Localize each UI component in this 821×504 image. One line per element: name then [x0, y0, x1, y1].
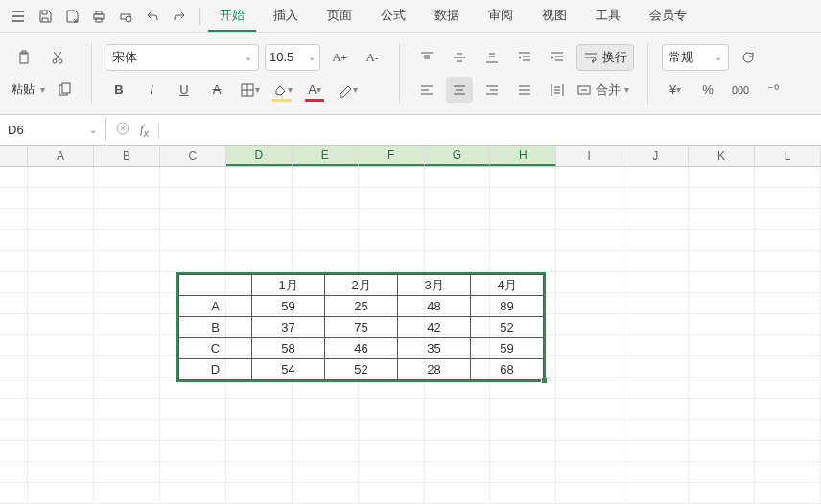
cell[interactable] [293, 399, 359, 420]
cell[interactable] [28, 399, 94, 420]
cell[interactable] [689, 483, 755, 504]
cell[interactable] [622, 293, 689, 314]
align-center-icon[interactable] [446, 77, 473, 103]
font-name-select[interactable]: 宋体⌄ [106, 44, 259, 71]
table-cell[interactable]: 46 [325, 338, 398, 359]
cell[interactable] [28, 441, 94, 462]
cell[interactable] [689, 356, 755, 378]
cell[interactable] [0, 399, 28, 420]
cell[interactable] [160, 420, 226, 441]
cell[interactable] [689, 420, 755, 441]
cell[interactable] [755, 420, 821, 441]
cell[interactable] [0, 462, 28, 483]
refresh-icon[interactable] [735, 44, 762, 71]
cell[interactable] [689, 314, 755, 335]
tab-插入[interactable]: 插入 [262, 1, 310, 32]
cell[interactable] [0, 272, 28, 293]
tab-工具[interactable]: 工具 [584, 1, 632, 32]
cell[interactable] [490, 483, 556, 504]
save-icon[interactable] [33, 4, 58, 29]
cell[interactable] [425, 441, 491, 462]
cell[interactable] [622, 462, 689, 483]
cell[interactable] [622, 483, 689, 504]
table-cell[interactable]: 52 [325, 359, 398, 380]
cell[interactable] [556, 209, 622, 230]
clear-format-button[interactable]: ▾ [334, 77, 361, 103]
cell[interactable] [622, 420, 689, 441]
cell[interactable] [622, 230, 689, 251]
tab-会员专[interactable]: 会员专 [638, 1, 698, 32]
cell[interactable] [689, 272, 755, 293]
undo-icon[interactable] [140, 4, 165, 29]
name-box[interactable]: D6⌄ [0, 119, 106, 141]
cell[interactable] [359, 167, 425, 188]
cell[interactable] [556, 420, 622, 441]
cell[interactable] [556, 251, 622, 272]
wrap-text-button[interactable]: 换行 [576, 44, 634, 71]
cell[interactable] [755, 167, 821, 188]
cell[interactable] [689, 293, 755, 314]
underline-button[interactable]: U [171, 77, 198, 103]
cell[interactable] [0, 335, 28, 356]
cell[interactable] [556, 399, 622, 420]
col-header-L[interactable]: L [755, 146, 821, 166]
cell[interactable] [94, 209, 160, 230]
tab-开始[interactable]: 开始 [208, 1, 256, 32]
table-row-label[interactable]: B [179, 317, 252, 338]
redo-icon[interactable] [167, 4, 192, 29]
cell[interactable] [160, 399, 226, 420]
cell[interactable] [226, 188, 293, 209]
table-cell[interactable]: 68 [471, 359, 544, 380]
cell[interactable] [556, 356, 622, 378]
cell[interactable] [94, 378, 160, 399]
cell[interactable] [359, 462, 425, 483]
cell[interactable] [425, 230, 491, 251]
cell[interactable] [689, 230, 755, 251]
menu-icon[interactable] [6, 4, 31, 29]
table-cell[interactable]: 52 [471, 317, 544, 338]
cell[interactable] [0, 441, 28, 462]
table-cell[interactable]: 59 [252, 296, 325, 317]
cell[interactable] [28, 483, 94, 504]
cell[interactable] [490, 230, 556, 251]
copy-icon[interactable] [51, 77, 78, 103]
cell[interactable] [490, 251, 556, 272]
cell[interactable] [94, 356, 160, 378]
cell[interactable] [226, 167, 293, 188]
cell[interactable] [359, 441, 425, 462]
cell[interactable] [28, 335, 94, 356]
cell[interactable] [0, 378, 28, 399]
decrease-indent-icon[interactable] [511, 44, 538, 71]
cell[interactable] [556, 230, 622, 251]
col-header-B[interactable]: B [94, 146, 160, 166]
cell[interactable] [160, 209, 226, 230]
cell[interactable] [425, 483, 491, 504]
cell[interactable] [160, 230, 226, 251]
cell[interactable] [556, 188, 622, 209]
cell[interactable] [94, 420, 160, 441]
cell[interactable] [28, 188, 94, 209]
cell[interactable] [622, 167, 689, 188]
col-header-H[interactable]: H [490, 146, 556, 166]
cancel-formula-icon[interactable] [115, 121, 130, 139]
align-bottom-icon[interactable] [479, 44, 505, 71]
cell[interactable] [0, 483, 28, 504]
cell[interactable] [94, 314, 160, 335]
cell[interactable] [226, 251, 293, 272]
cell[interactable] [160, 251, 226, 272]
cell[interactable] [622, 356, 689, 378]
cell[interactable] [755, 378, 821, 399]
print-icon[interactable] [86, 4, 111, 29]
cell[interactable] [94, 293, 160, 314]
cell[interactable] [28, 230, 94, 251]
cell[interactable] [359, 420, 425, 441]
cell[interactable] [556, 462, 622, 483]
cell[interactable] [226, 230, 293, 251]
tab-审阅[interactable]: 审阅 [477, 1, 525, 32]
cell[interactable] [689, 399, 755, 420]
cell[interactable] [622, 335, 689, 356]
cell[interactable] [622, 314, 689, 335]
align-left-icon[interactable] [413, 77, 440, 103]
cell[interactable] [28, 251, 94, 272]
cell[interactable] [556, 314, 622, 335]
